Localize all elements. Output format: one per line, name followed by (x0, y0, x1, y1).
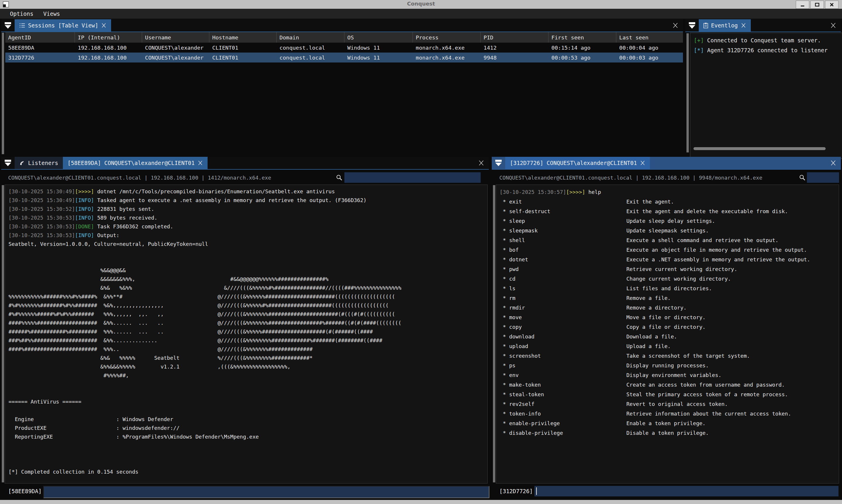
tab-agent-label: [58EE89DA] CONQUEST\alexander@CLIENT01 (68, 160, 195, 166)
console-line: &&&&&&&%%%, #&&@@@@@@%%%%%%#############… (8, 275, 484, 284)
console-line: * upload Upload a file. (500, 341, 835, 351)
col-last-seen[interactable]: Last seen (616, 32, 683, 43)
close-tab-icon[interactable] (101, 23, 106, 28)
tab-listeners-label: Listeners (28, 160, 58, 166)
console-line: * pwd Retrieve current working directory… (500, 264, 835, 274)
table-row[interactable]: 312D7726192.168.168.100CONQUEST\alexande… (5, 53, 683, 62)
console-line: [30-10-2025 15:30:49][INFO] Tasked agent… (8, 196, 484, 205)
menu-views[interactable]: Views (43, 11, 60, 17)
menu-options[interactable]: Options (10, 11, 33, 17)
sessions-table-body: 58EE89DA192.168.168.100CONQUEST\alexande… (5, 43, 683, 62)
console-line: * self-destruct Exit the agent and delet… (500, 206, 835, 216)
console-line: * bof Execute an object file in memory a… (500, 245, 835, 255)
left-console-scrollbar[interactable] (2, 185, 4, 482)
console-line: Seatbelt, Version=1.0.0.0, Culture=neutr… (8, 240, 484, 249)
close-tab-icon[interactable] (741, 23, 746, 28)
console-line (8, 459, 484, 468)
maximize-button[interactable] (810, 1, 824, 9)
left-agent-statusline: CONQUEST\alexander@CLIENT01.conquest.loc… (8, 172, 271, 183)
col-username[interactable]: Username (142, 32, 209, 43)
right-console-scrollbar[interactable] (493, 185, 495, 482)
pane-menu-icon[interactable] (1, 157, 15, 169)
minimize-icon (800, 2, 805, 7)
close-tab-icon[interactable] (640, 160, 645, 166)
close-tab-icon[interactable] (197, 160, 203, 166)
pane-menu-icon[interactable] (1, 19, 15, 32)
right-console-output: [30-10-2025 15:30:57][>>>>] help * exit … (496, 184, 839, 484)
tab-sessions[interactable]: Sessions [Table View] (15, 19, 111, 32)
eventlog-hscrollbar[interactable] (693, 147, 826, 150)
minimize-button[interactable] (796, 1, 809, 9)
console-line: [30-10-2025 15:30:53][DONE] Task F366D36… (8, 222, 484, 231)
console-line (8, 450, 484, 459)
sessions-scrollbar[interactable] (2, 33, 4, 154)
console-line: [30-10-2025 15:30:52][INFO] 228831 bytes… (8, 205, 484, 214)
close-panel-button[interactable] (474, 157, 489, 169)
console-line: * sleepmask Update sleepmask settings. (500, 226, 835, 235)
console-line (8, 441, 484, 450)
right-agent-statusline: CONQUEST\alexander@CLIENT01.conquest.loc… (499, 172, 762, 183)
close-window-button[interactable] (825, 1, 839, 9)
console-line: * rm Remove a file. (500, 293, 835, 303)
col-agentid[interactable]: AgentID (5, 32, 75, 43)
left-command-input[interactable] (43, 486, 489, 498)
console-line: ReportingEXE : %ProgramFiles%\Windows De… (8, 432, 484, 441)
left-search-input[interactable] (344, 172, 481, 183)
col-first-seen[interactable]: First seen (548, 32, 616, 43)
col-os[interactable]: OS (344, 32, 413, 43)
tab-sessions-label: Sessions [Table View] (28, 22, 98, 29)
console-line (8, 249, 484, 257)
close-panel-button[interactable] (826, 19, 841, 32)
window-title: Conquest (0, 1, 842, 7)
search-icon (336, 174, 343, 181)
console-line: * sleep Update sleep delay settings. (500, 216, 835, 226)
console-line: #%%%%##, (8, 371, 484, 380)
console-line: * rev2self Revert to original access tok… (500, 399, 835, 409)
pane-menu-icon[interactable] (492, 157, 505, 169)
console-line: * enable-privilege Enable a token privil… (500, 418, 835, 428)
console-line: * env Display environment variables. (500, 370, 835, 380)
console-line: ====== AntiVirus ====== (8, 397, 484, 406)
window-bottom-border (0, 500, 842, 504)
left-prompt-label: [58EE89DA] (8, 488, 41, 494)
console-line: * ps Display running processes. (500, 361, 835, 370)
tab-agent-312D7726[interactable]: [312D7726] CONQUEST\alexander@CLIENT01 (505, 157, 650, 169)
right-console-tabbar: [312D7726] CONQUEST\alexander@CLIENT01 (492, 157, 841, 170)
tab-eventlog[interactable]: Eventlog (699, 19, 751, 32)
console-line: ProductEXE : windowsdefender:// (8, 424, 484, 432)
close-panel-button[interactable] (668, 19, 683, 32)
console-line: ####%####################### %%%.. @////… (8, 345, 484, 354)
tab-agent-58EE89DA[interactable]: [58EE89DA] CONQUEST\alexander@CLIENT01 (63, 157, 208, 169)
console-line: * exit Exit the agent. (500, 197, 835, 206)
close-panel-button[interactable] (826, 157, 841, 169)
titlebar[interactable]: Conquest (0, 0, 842, 9)
console-line: #%#%%%%%%%#######%#%%####### %&%,,,,,,,,… (8, 301, 484, 310)
col-process[interactable]: Process (413, 32, 481, 43)
col-ip-internal[interactable]: IP (Internal) (75, 32, 142, 43)
col-pid[interactable]: PID (481, 32, 548, 43)
tab-listeners[interactable]: Listeners (15, 157, 63, 169)
eventlog-tabbar: Eventlog (685, 19, 841, 32)
eventlog-scrollbar[interactable] (686, 33, 689, 152)
close-icon (478, 160, 484, 166)
console-line: * cd Change current working directory. (500, 274, 835, 284)
console-line: ####%%%%%################### &%%...... .… (8, 319, 484, 327)
close-icon (830, 22, 837, 29)
close-icon (830, 160, 837, 166)
right-search-input[interactable] (807, 172, 839, 183)
pane-menu-icon[interactable] (685, 19, 699, 32)
conquest-window: Conquest Options Views Sessions [Table V… (0, 0, 842, 504)
console-line: * token-info Retrieve information about … (500, 409, 835, 418)
console-line: * disable-privilege Disable a token priv… (500, 428, 835, 438)
console-line: [30-10-2025 15:30:53][INFO] Output: (8, 231, 484, 240)
console-line: %%%%%%%%%%%######%%%#%%####% &%%**# @///… (8, 292, 484, 301)
console-line: [30-10-2025 15:30:53][INFO] 589 bytes re… (8, 214, 484, 222)
text-cursor (536, 487, 537, 495)
right-command-input[interactable] (534, 486, 839, 497)
col-hostname[interactable]: Hostname (209, 32, 277, 43)
table-row[interactable]: 58EE89DA192.168.168.100CONQUEST\alexande… (5, 43, 683, 53)
col-domain[interactable]: Domain (277, 32, 344, 43)
tab-agent-label: [312D7726] CONQUEST\alexander@CLIENT01 (510, 160, 637, 166)
console-line (8, 406, 484, 415)
console-line: * download Download a file. (500, 332, 835, 341)
